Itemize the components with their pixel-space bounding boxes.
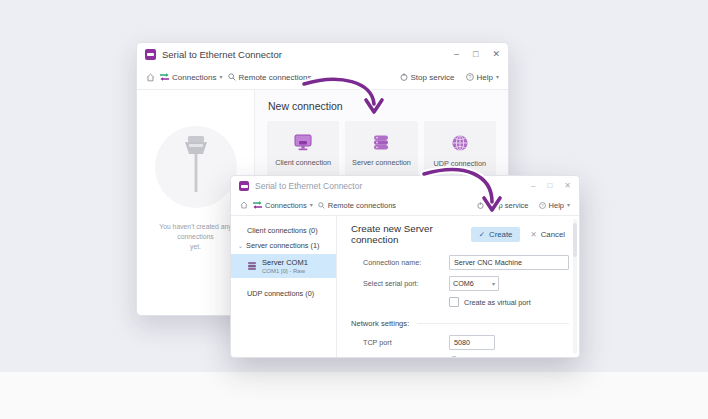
- serial-connector-illustration: [155, 126, 237, 208]
- serial-port-select[interactable]: COM6 ▾: [449, 276, 499, 291]
- create-server-connection-pane: Create new Server connection ✓ Create ✕ …: [337, 216, 579, 357]
- tcp-port-label: TCP port: [363, 338, 449, 347]
- svg-text:?: ?: [541, 203, 544, 208]
- udp-connections-label: UDP connections (0): [247, 289, 314, 298]
- sidebar-item-client-connections[interactable]: Client connections (0): [231, 223, 336, 238]
- section-divider: [417, 323, 569, 324]
- cancel-button-label: Cancel: [541, 230, 565, 239]
- empty-state-line2: yet.: [190, 243, 201, 250]
- front-window-toolbar: Connections ▾ Remote connections Stop se…: [231, 195, 579, 216]
- search-icon: [318, 202, 325, 209]
- front-window: Serial to Ethernet Connector – □ ✕ Conne…: [230, 175, 580, 358]
- empty-state-line1: You haven't created any connections: [159, 223, 231, 240]
- tcp-port-input[interactable]: [449, 335, 495, 350]
- back-window-toolbar: Connections ▾ Remote connections Stop se…: [137, 65, 508, 90]
- create-button-label: Create: [489, 230, 512, 239]
- connection-name: Server COM1: [262, 258, 308, 267]
- remote-connections-label: Remote connections: [239, 73, 312, 82]
- help-icon: ?: [466, 73, 474, 81]
- radio-icon: [449, 356, 459, 358]
- window-title: Serial to Ethernet Connector: [255, 181, 531, 191]
- virtual-port-checkbox[interactable]: [449, 297, 459, 307]
- connections-icon: [160, 73, 169, 81]
- window-title: Serial to Ethernet Connector: [162, 49, 454, 60]
- client-monitor-icon: [292, 133, 314, 152]
- close-icon: ✕: [530, 230, 536, 239]
- connection-name-input[interactable]: [449, 255, 569, 270]
- search-icon: [228, 73, 236, 81]
- udp-globe-icon: [450, 133, 470, 153]
- server-connections-label: Server connections (1): [246, 241, 319, 250]
- maximize-button[interactable]: □: [547, 182, 552, 190]
- client-connection-card[interactable]: Client connection: [267, 121, 339, 179]
- app-icon: [145, 49, 156, 60]
- sidebar-item-server-connections[interactable]: ⌄ Server connections (1): [231, 238, 336, 253]
- sidebar-item-udp-connections[interactable]: UDP connections (0): [231, 286, 336, 301]
- card-label: Client connection: [275, 158, 331, 167]
- sidebar-item-server-com1[interactable]: Server COM1 COM1 [0] - Raw: [231, 254, 336, 278]
- help-label: Help: [477, 73, 493, 82]
- stop-service-label: Stop service: [411, 73, 455, 82]
- chevron-down-icon: ▾: [496, 74, 499, 80]
- scrollbar[interactable]: [573, 219, 577, 354]
- home-button[interactable]: [240, 201, 248, 209]
- connections-label: Connections: [265, 201, 307, 210]
- desktop-stage: Serial to Ethernet Connector – □ ✕ Conne…: [0, 0, 708, 419]
- minimize-button[interactable]: –: [531, 182, 535, 190]
- connections-icon: [253, 201, 262, 209]
- svg-text:?: ?: [468, 74, 471, 80]
- close-button[interactable]: ✕: [492, 50, 500, 59]
- server-stack-icon: [370, 133, 392, 152]
- chevron-down-icon: ▾: [492, 281, 495, 287]
- create-button[interactable]: ✓ Create: [471, 227, 521, 242]
- help-icon: ?: [539, 202, 546, 209]
- card-label: UDP connection: [434, 159, 487, 168]
- help-menu[interactable]: ? Help ▾: [539, 201, 570, 210]
- background-bottom-band: [0, 372, 708, 419]
- front-window-titlebar: Serial to Ethernet Connector – □ ✕: [231, 176, 579, 195]
- chevron-expanded-icon: ⌄: [238, 242, 243, 249]
- card-label: Server connection: [352, 158, 411, 167]
- close-button[interactable]: ✕: [564, 182, 571, 190]
- home-button[interactable]: [146, 73, 155, 82]
- connection-detail: COM1 [0] - Raw: [262, 268, 308, 274]
- server-stack-icon: [247, 261, 257, 271]
- new-connection-title: New connection: [268, 100, 496, 112]
- minimize-button[interactable]: –: [454, 50, 459, 59]
- serial-plug-icon: [176, 134, 216, 200]
- home-icon: [240, 201, 248, 209]
- help-label: Help: [549, 201, 564, 210]
- chevron-down-icon: ▾: [567, 202, 570, 208]
- connections-sidebar: Client connections (0) ⌄ Server connecti…: [231, 216, 337, 357]
- protocol-raw-label: RAW data transmission: [464, 357, 539, 359]
- virtual-port-label: Create as virtual port: [464, 298, 531, 307]
- form-title: Create new Server connection: [351, 223, 471, 245]
- protocol-option-raw[interactable]: RAW data transmission: [449, 356, 569, 358]
- cancel-button[interactable]: ✕ Cancel: [520, 227, 569, 242]
- client-connections-label: Client connections (0): [247, 226, 318, 235]
- connections-menu[interactable]: Connections ▾: [160, 73, 223, 82]
- remote-connections-button[interactable]: Remote connections: [228, 73, 312, 82]
- maximize-button[interactable]: □: [473, 50, 478, 59]
- connections-menu[interactable]: Connections ▾: [253, 201, 313, 210]
- chevron-down-icon: ▾: [310, 202, 313, 208]
- scrollbar-thumb[interactable]: [573, 223, 577, 257]
- remote-connections-button[interactable]: Remote connections: [318, 201, 396, 210]
- connections-label: Connections: [172, 73, 216, 82]
- stop-service-label: Stop service: [487, 201, 528, 210]
- server-connection-card[interactable]: Server connection: [345, 121, 417, 179]
- back-window-titlebar: Serial to Ethernet Connector – □ ✕: [137, 43, 508, 65]
- connection-name-label: Connection name:: [363, 258, 449, 267]
- serial-port-label: Select serial port:: [363, 279, 449, 288]
- udp-connection-card[interactable]: UDP connection: [424, 121, 496, 179]
- chevron-down-icon: ▾: [219, 74, 222, 80]
- stop-service-button[interactable]: Stop service: [400, 73, 455, 82]
- help-menu[interactable]: ? Help ▾: [466, 73, 499, 82]
- app-icon: [239, 181, 249, 191]
- remote-connections-label: Remote connections: [328, 201, 396, 210]
- network-settings-heading: Network settings:: [351, 319, 409, 328]
- home-icon: [146, 73, 155, 82]
- stop-service-button[interactable]: Stop service: [477, 201, 528, 210]
- check-icon: ✓: [479, 230, 485, 239]
- power-icon: [477, 202, 484, 209]
